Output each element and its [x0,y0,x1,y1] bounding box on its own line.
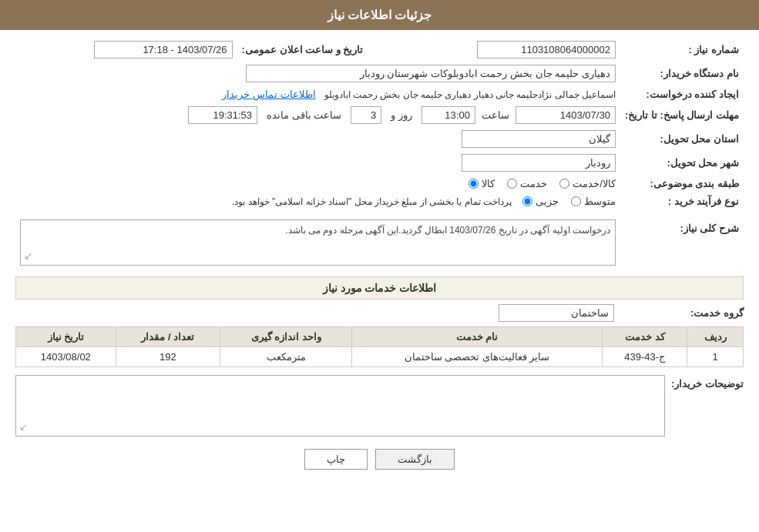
category-label-kala: کالا [482,178,495,189]
back-button[interactable]: بازگشت [375,449,455,470]
category-label: طبقه بندی موضوعی: [620,175,744,192]
description-value: درخواست اولیه آگهی در تاریخ 1403/07/26 ا… [15,216,620,269]
response-deadline-value: 1403/07/30 ساعت 13:00 روز و 3 ساعت باقی … [15,103,620,127]
need-number-value: 1103108064000002 [398,38,620,62]
row-category: طبقه بندی موضوعی: کالا/خدمت خدمت کالا [15,175,744,192]
table-cell-quantity: 192 [116,347,220,367]
response-inline-group: 1403/07/30 ساعت 13:00 روز و 3 ساعت باقی … [20,106,616,124]
buyer-name-label: نام دستگاه خریدار: [620,62,744,85]
province-value: گیلان [15,127,620,151]
resize-arrow-icon: ↙ [24,249,33,262]
purchase-label-mutavsat: متوسط [584,196,616,207]
service-group-label: گروه خدمت: [620,307,744,319]
response-time-box: 13:00 [421,106,475,124]
buyer-notes-section: توضیحات خریدار: ↙ [15,375,744,437]
category-option-kala: کالا [468,178,495,189]
col-date: تاریخ نیاز [16,327,116,347]
province-label: استان محل تحویل: [620,127,744,151]
col-service-name: نام خدمت [352,327,603,347]
province-box: گیلان [462,130,616,148]
services-section-header: اطلاعات خدمات مورد نیاز [15,276,744,299]
col-quantity: تعداد / مقدار [116,327,220,347]
creator-value: اسماعیل جمالی نژادحلیمه جانی دهیار دهیار… [15,85,620,103]
response-remaining-label: ساعت باقی مانده [267,109,341,121]
row-buyer-name: نام دستگاه خریدار: دهیاری حلیمه جان بخش … [15,62,744,85]
purchase-type-note: پرداخت تمام یا بخشی از مبلغ خریداز محل "… [232,196,512,207]
buyer-notes-resize-icon: ↙ [19,421,28,433]
purchase-type-value: متوسط جزیی پرداخت تمام یا بخشی از مبلغ خ… [15,192,620,210]
buyer-notes-box: ↙ [15,375,665,437]
buyer-notes-label: توضیحات خریدار: [671,375,744,390]
contact-link[interactable]: اطلاعات تماس خریدار [222,89,315,100]
category-option-kala-khedmat: کالا/خدمت [559,178,616,189]
purchase-option-jozi: جزیی [522,196,559,207]
table-cell-row_num: 1 [687,347,744,367]
announcement-date-box: 1403/07/26 - 17:18 [94,41,233,59]
row-purchase-type: نوع فرآیند خرید : متوسط جزیی [15,192,744,210]
purchase-type-group: متوسط جزیی پرداخت تمام یا بخشی از مبلغ خ… [20,196,616,207]
row-city: شهر محل تحویل: رودبار [15,151,744,175]
col-row-num: ردیف [687,327,744,347]
response-days-box: 3 [351,106,381,124]
response-remaining-box: 19:31:53 [188,106,257,124]
services-table: ردیف کد خدمت نام خدمت واحد اندازه گیری ت… [15,326,744,367]
need-number-box: 1103108064000002 [477,41,616,59]
response-date-box: 1403/07/30 [516,106,616,124]
service-group-row: گروه خدمت: ساختمان [15,304,744,322]
table-cell-service_code: ج-43-439 [603,347,687,367]
page-header: جزئیات اطلاعات نیاز [0,0,759,30]
need-number-label: شماره نیاز : [620,38,744,62]
table-cell-service_name: سایر فعالیت‌های تخصصی ساختمان [352,347,603,367]
purchase-radio-mutavsat[interactable] [571,196,581,206]
city-box: رودبار [462,154,616,172]
col-service-code: کد خدمت [603,327,687,347]
table-row: 1ج-43-439سایر فعالیت‌های تخصصی ساختمانمت… [16,347,744,367]
city-value: رودبار [15,151,620,175]
category-label-kala-khedmat: کالا/خدمت [573,178,616,189]
print-button[interactable]: چاپ [304,449,368,470]
response-deadline-label: مهلت ارسال پاسخ: تا تاریخ: [620,103,744,127]
announcement-date-label: تاریخ و ساعت اعلان عمومی: [237,38,368,62]
category-radio-khedmat[interactable] [507,179,517,189]
category-radio-kala[interactable] [468,179,479,189]
buttons-row: بازگشت چاپ [15,449,744,470]
table-cell-date: 1403/08/02 [16,347,116,367]
table-header-row: ردیف کد خدمت نام خدمت واحد اندازه گیری ت… [16,327,744,347]
city-label: شهر محل تحویل: [620,151,744,175]
service-group-box: ساختمان [499,304,614,322]
category-option-khedmat: خدمت [507,178,547,189]
category-radio-group: کالا/خدمت خدمت کالا [20,178,616,189]
response-days-label: روز و [391,109,412,121]
response-time-label: ساعت [482,109,509,121]
buyer-name-value: دهیاری حلیمه جان بخش رحمت ابادوبلوکات شه… [15,62,620,85]
row-province: استان محل تحویل: گیلان [15,127,744,151]
page-title: جزئیات اطلاعات نیاز [327,8,432,22]
announcement-date-value: 1403/07/26 - 17:18 [15,38,237,62]
content-area: شماره نیاز : 1103108064000002 تاریخ و سا… [0,30,759,485]
row-need-number: شماره نیاز : 1103108064000002 تاریخ و سا… [15,38,744,62]
info-table: شماره نیاز : 1103108064000002 تاریخ و سا… [15,38,744,210]
category-radio-kala-khedmat[interactable] [559,179,569,189]
description-box: درخواست اولیه آگهی در تاریخ 1403/07/26 ا… [20,219,616,266]
purchase-radio-jozi[interactable] [522,196,532,206]
description-table: شرح کلی نیاز: درخواست اولیه آگهی در تاری… [15,216,744,269]
purchase-radio-group: متوسط جزیی [522,196,616,207]
creator-text: اسماعیل جمالی نژادحلیمه جانی دهیار دهیار… [324,89,616,100]
row-creator: ایجاد کننده درخواست: اسماعیل جمالی نژادح… [15,85,744,103]
purchase-label-jozi: جزیی [536,196,559,207]
purchase-option-mutavsat: متوسط [571,196,616,207]
creator-label: ایجاد کننده درخواست: [620,85,744,103]
buyer-name-box: دهیاری حلیمه جان بخش رحمت ابادوبلوکات شه… [246,65,616,82]
category-value: کالا/خدمت خدمت کالا [15,175,620,192]
page-wrapper: جزئیات اطلاعات نیاز شماره نیاز : 1103108… [0,0,759,532]
table-cell-unit: مترمکعب [220,347,352,367]
col-unit: واحد اندازه گیری [220,327,352,347]
description-label: شرح کلی نیاز: [620,216,744,269]
category-label-khedmat: خدمت [520,178,547,189]
purchase-type-label: نوع فرآیند خرید : [620,192,744,210]
row-response-deadline: مهلت ارسال پاسخ: تا تاریخ: 1403/07/30 سا… [15,103,744,127]
description-text: درخواست اولیه آگهی در تاریخ 1403/07/26 ا… [285,225,610,236]
row-description: شرح کلی نیاز: درخواست اولیه آگهی در تاری… [15,216,744,269]
